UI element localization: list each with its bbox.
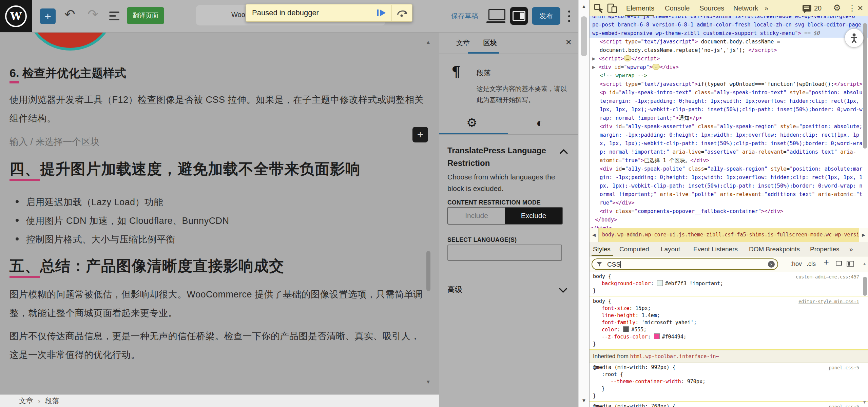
exclude-option[interactable]: Exclude [505,208,562,224]
heading-check-theme-style[interactable]: 6. 检查并优化主题样式 [9,65,126,81]
stylesheet-source-link[interactable]: custom-admi⋯eme.css:457 [796,273,859,280]
dom-tree-line[interactable]: 1px, 1px, 1px);-webkit-clip-path: inset(… [590,105,868,114]
dom-tree-line[interactable]: <script type="text/javascript">if(typeof… [590,80,868,89]
translatepress-panel-title[interactable]: TranslatePress Language Restriction [447,144,553,169]
heading-section-five[interactable]: 五、总结：产品图像清晰度直接影响成交 [9,256,284,276]
rendering-emulation-icon[interactable] [836,261,842,266]
color-swatch[interactable] [623,326,629,332]
css-rule[interactable]: editor-style.min.css:1body {font-size: 1… [590,297,868,349]
issues-icon[interactable] [803,5,811,12]
options-menu-icon[interactable] [563,8,575,25]
paragraph-summary-2[interactable]: 图片不仅传达商品信息，更是一种无声的信任桥梁。检查一下你的产品图是否清晰、真实、… [9,327,425,364]
dom-tree-line[interactable]: <p id="a11y-speak-intro-text" class="a11… [590,89,868,97]
heading-section-four[interactable]: 四、提升图片加载速度，避免加载不全带来负面影响 [9,159,361,179]
breadcrumb-post[interactable]: 文章 [19,396,33,406]
translate-page-button[interactable]: 翻译页面 [127,7,164,24]
tab-console[interactable]: Console [665,4,690,12]
tab-event-listeners[interactable]: Event Listeners [693,246,738,253]
dom-tree-line[interactable]: dmin wp-core-ui js theme-zibll csf-fa5-s… [590,16,868,21]
publish-button[interactable]: 发布 [532,7,560,25]
scroll-up-icon[interactable]: ▲ [426,39,431,45]
bullet-item[interactable]: 使用图片 CDN 加速，如 Cloudflare、BunnyCDN [16,212,229,230]
tab-styles[interactable]: Styles [593,246,611,253]
stylesheet-source-link[interactable]: editor-style.min.css:1 [798,298,859,305]
resume-script-button[interactable] [371,5,391,21]
dom-tree-line[interactable]: wp-embed-responsive wp-theme-zibll custo… [590,29,868,38]
dom-tree-line[interactable]: <script type="text/javascript"> document… [590,38,868,46]
dom-tree-line[interactable]: px, 1px);-webkit-clip-path: inset(50%);c… [590,182,868,190]
dom-tree-line[interactable]: ormal !important;" aria-live="polite" ar… [590,190,868,199]
scroll-down-icon[interactable]: ▼ [581,398,586,403]
stylesheet-source-link[interactable]: panel.css:5 [829,364,859,371]
element-classes-button[interactable]: .cls [807,260,816,268]
dom-tree-line[interactable]: <div id="a11y-speak-assertive" class="a1… [590,122,868,131]
dom-tree-line[interactable]: ▶ <div id="wpwrap">…</div> [590,63,868,72]
tab-layout[interactable]: Layout [661,246,680,253]
styles-pane[interactable]: custom-admi⋯eme.css:457body {background-… [590,272,868,407]
list-view-icon[interactable] [109,12,119,23]
toggle-element-state-button[interactable]: :hov [790,260,802,268]
css-filter-input[interactable]: CSS × [592,258,778,270]
tab-dom-breakpoints[interactable]: DOM Breakpoints [749,246,800,253]
elements-scrollbar-thumb[interactable] [863,23,867,149]
more-tabs-icon[interactable]: » [765,4,768,12]
settings-sidebar-toggle[interactable] [510,7,528,25]
tab-elements[interactable]: Elements [626,4,654,12]
tab-network[interactable]: Network [733,4,758,12]
computed-sidebar-toggle-icon[interactable] [847,261,854,267]
language-select-input[interactable] [447,245,562,261]
dom-tree-line[interactable]: margin: -1px;padding: 0;height: 1px;widt… [590,131,868,139]
breadcrumb-paragraph[interactable]: 段落 [45,396,59,406]
dom-tree-line[interactable]: atomic="true">已选择 1 个区块。</div> [590,156,868,165]
devtools-menu-kebab-icon[interactable]: ⋮ [848,3,856,13]
device-toolbar-icon[interactable] [607,3,618,13]
tab-sources[interactable]: Sources [699,4,724,12]
clear-filter-icon[interactable]: × [768,261,775,268]
dom-tree-line[interactable]: <div id="a11y-speak-polite" class="a11y-… [590,165,868,173]
page-scrollbar[interactable]: ▲ ▼ [578,0,589,407]
more-tabs-icon[interactable]: » [849,246,853,253]
css-rule[interactable]: panel.css:5@media (min-width: 992px) {:r… [590,363,868,401]
dom-tree-line[interactable]: pe-post branch-6-8 version-6-8-1 admin-c… [590,21,868,29]
preview-icon[interactable] [488,9,505,23]
step-over-button[interactable] [391,5,412,21]
styles-scroll-up-icon[interactable]: ▲ [862,261,867,266]
breadcrumb-next-icon[interactable]: ▶ [859,228,868,242]
undo-icon[interactable]: ↶ [64,7,75,22]
bullet-item[interactable]: 启用延迟加载（Lazy Load）功能 [16,193,229,212]
color-swatch[interactable] [657,280,663,286]
tab-post[interactable]: 文章 [456,38,470,47]
breadcrumb-prev-icon[interactable]: ◀ [590,228,599,242]
dom-tree-line[interactable]: rap: normal !important;">通知</p> [590,114,868,122]
tab-properties[interactable]: Properties [810,246,840,253]
inherited-selector-link[interactable]: html.wp-toolbar.interface-in⋯ [630,353,719,360]
dom-tree-line[interactable]: <!-- wpwrap --> [590,72,868,80]
inspect-element-icon[interactable] [594,3,604,14]
editor-scrollbar[interactable]: ▲ ▼ [424,32,433,394]
save-draft-button[interactable]: 保存草稿 [451,12,478,21]
dom-tree-line[interactable]: te;margin: -1px;padding: 0;height: 1px;w… [590,97,868,105]
css-rule[interactable]: panel.css:5@media (min-width: 768px) { [590,402,868,407]
empty-block-placeholder[interactable]: 输入 / 来选择一个区块 [9,133,100,151]
styles-contrast-icon[interactable]: ◐ [536,116,543,130]
scrollbar-thumb[interactable] [581,16,587,56]
scroll-down-icon[interactable]: ▼ [426,379,431,385]
scrollbar-thumb[interactable] [426,251,430,291]
tab-computed[interactable]: Computed [619,246,649,253]
scroll-up-icon[interactable]: ▲ [581,3,586,9]
wordpress-logo[interactable]: W [0,0,32,32]
dom-tree-line[interactable]: <div class="components-popover__fallback… [590,207,868,216]
devtools-settings-gear-icon[interactable]: ⚙ [833,3,841,13]
issues-count[interactable]: 20 [814,4,822,12]
elements-tree[interactable]: dmin wp-core-ui js theme-zibll csf-fa5-s… [590,16,868,228]
new-style-rule-icon[interactable]: + [824,257,829,268]
dom-tree-line[interactable]: p: normal !important;" aria-live="assert… [590,148,868,156]
dom-tree-line[interactable]: ▶ <script>…</script> [590,55,868,63]
tab-block[interactable]: 区块 [483,38,497,47]
stylesheet-source-link[interactable]: panel.css:5 [829,403,859,407]
bullet-item[interactable]: 控制图片格式、大小与压缩比例平衡 [16,230,229,249]
dom-tree-line[interactable]: x, 1px, 1px);-webkit-clip-path: inset(50… [590,139,868,148]
chevron-up-icon[interactable] [559,149,568,155]
dom-tree-line[interactable]: rue"></div> [590,199,868,207]
chevron-down-icon[interactable] [559,287,567,293]
